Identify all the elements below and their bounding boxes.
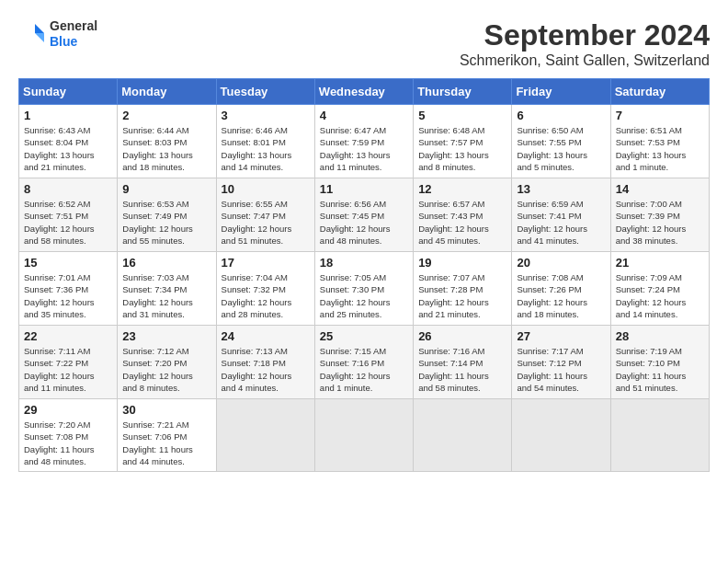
table-row: 14Sunrise: 7:00 AM Sunset: 7:39 PM Dayli… <box>610 178 709 252</box>
table-row: 17Sunrise: 7:04 AM Sunset: 7:32 PM Dayli… <box>216 252 314 326</box>
table-row <box>512 399 610 472</box>
day-number: 16 <box>122 256 210 270</box>
day-number: 28 <box>616 329 704 343</box>
day-number: 29 <box>24 403 112 417</box>
day-info: Sunrise: 6:53 AM Sunset: 7:49 PM Dayligh… <box>122 198 210 247</box>
table-row: 23Sunrise: 7:12 AM Sunset: 7:20 PM Dayli… <box>118 326 216 399</box>
day-number: 3 <box>222 109 310 122</box>
table-row: 7Sunrise: 6:51 AM Sunset: 7:53 PM Daylig… <box>610 105 709 178</box>
day-info: Sunrise: 7:11 AM Sunset: 7:22 PM Dayligh… <box>24 345 112 394</box>
col-wednesday: Wednesday <box>314 79 413 105</box>
day-number: 1 <box>24 109 112 122</box>
day-number: 20 <box>517 256 605 270</box>
day-info: Sunrise: 7:08 AM Sunset: 7:26 PM Dayligh… <box>517 271 605 320</box>
col-tuesday: Tuesday <box>216 79 314 105</box>
day-number: 15 <box>24 256 112 270</box>
table-row: 3Sunrise: 6:46 AM Sunset: 8:01 PM Daylig… <box>216 105 314 178</box>
calendar-table: Sunday Monday Tuesday Wednesday Thursday… <box>18 78 710 472</box>
table-row: 19Sunrise: 7:07 AM Sunset: 7:28 PM Dayli… <box>414 252 512 326</box>
table-row: 24Sunrise: 7:13 AM Sunset: 7:18 PM Dayli… <box>216 326 314 399</box>
table-row: 1Sunrise: 6:43 AM Sunset: 8:04 PM Daylig… <box>19 105 118 178</box>
day-info: Sunrise: 6:46 AM Sunset: 8:01 PM Dayligh… <box>222 124 310 173</box>
day-info: Sunrise: 6:55 AM Sunset: 7:47 PM Dayligh… <box>222 198 310 247</box>
logo-icon <box>18 20 46 48</box>
day-info: Sunrise: 6:59 AM Sunset: 7:41 PM Dayligh… <box>517 198 605 247</box>
day-info: Sunrise: 7:15 AM Sunset: 7:16 PM Dayligh… <box>320 345 408 394</box>
col-friday: Friday <box>512 79 610 105</box>
day-info: Sunrise: 7:05 AM Sunset: 7:30 PM Dayligh… <box>320 271 408 320</box>
day-number: 10 <box>222 182 310 196</box>
page-header: General Blue September 2024 Schmerikon, … <box>18 18 710 69</box>
table-row: 13Sunrise: 6:59 AM Sunset: 7:41 PM Dayli… <box>512 178 610 252</box>
table-row: 12Sunrise: 6:57 AM Sunset: 7:43 PM Dayli… <box>414 178 512 252</box>
col-sunday: Sunday <box>19 79 118 105</box>
day-info: Sunrise: 6:47 AM Sunset: 7:59 PM Dayligh… <box>320 124 408 173</box>
table-row <box>414 399 512 472</box>
table-row: 20Sunrise: 7:08 AM Sunset: 7:26 PM Dayli… <box>512 252 610 326</box>
day-number: 26 <box>418 329 506 343</box>
day-number: 6 <box>517 109 605 122</box>
day-info: Sunrise: 7:04 AM Sunset: 7:32 PM Dayligh… <box>222 271 310 320</box>
day-number: 11 <box>320 182 408 196</box>
day-info: Sunrise: 7:20 AM Sunset: 7:08 PM Dayligh… <box>24 419 112 467</box>
svg-marker-0 <box>35 24 44 33</box>
day-number: 17 <box>222 256 310 270</box>
day-info: Sunrise: 6:52 AM Sunset: 7:51 PM Dayligh… <box>24 198 112 247</box>
day-info: Sunrise: 7:19 AM Sunset: 7:10 PM Dayligh… <box>616 345 704 394</box>
logo: General Blue <box>18 18 97 50</box>
table-row: 25Sunrise: 7:15 AM Sunset: 7:16 PM Dayli… <box>314 326 413 399</box>
svg-marker-1 <box>35 33 44 42</box>
day-number: 2 <box>122 109 210 122</box>
day-info: Sunrise: 7:16 AM Sunset: 7:14 PM Dayligh… <box>418 345 506 394</box>
day-info: Sunrise: 6:44 AM Sunset: 8:03 PM Dayligh… <box>122 124 210 173</box>
day-number: 8 <box>24 182 112 196</box>
table-row: 18Sunrise: 7:05 AM Sunset: 7:30 PM Dayli… <box>314 252 413 326</box>
day-info: Sunrise: 7:21 AM Sunset: 7:06 PM Dayligh… <box>122 419 210 467</box>
day-number: 27 <box>517 329 605 343</box>
table-row: 27Sunrise: 7:17 AM Sunset: 7:12 PM Dayli… <box>512 326 610 399</box>
day-number: 22 <box>24 329 112 343</box>
table-row <box>610 399 709 472</box>
title-section: September 2024 Schmerikon, Saint Gallen,… <box>460 18 710 69</box>
calendar-header-row: Sunday Monday Tuesday Wednesday Thursday… <box>19 79 710 105</box>
day-number: 7 <box>616 109 704 122</box>
table-row <box>314 399 413 472</box>
day-info: Sunrise: 7:12 AM Sunset: 7:20 PM Dayligh… <box>122 345 210 394</box>
day-info: Sunrise: 6:43 AM Sunset: 8:04 PM Dayligh… <box>24 124 112 173</box>
col-monday: Monday <box>118 79 216 105</box>
day-number: 12 <box>418 182 506 196</box>
table-row: 30Sunrise: 7:21 AM Sunset: 7:06 PM Dayli… <box>118 399 216 472</box>
col-saturday: Saturday <box>610 79 709 105</box>
table-row: 9Sunrise: 6:53 AM Sunset: 7:49 PM Daylig… <box>118 178 216 252</box>
table-row: 4Sunrise: 6:47 AM Sunset: 7:59 PM Daylig… <box>314 105 413 178</box>
day-number: 24 <box>222 329 310 343</box>
col-thursday: Thursday <box>414 79 512 105</box>
table-row: 11Sunrise: 6:56 AM Sunset: 7:45 PM Dayli… <box>314 178 413 252</box>
day-number: 9 <box>122 182 210 196</box>
day-number: 5 <box>418 109 506 122</box>
day-number: 18 <box>320 256 408 270</box>
table-row: 21Sunrise: 7:09 AM Sunset: 7:24 PM Dayli… <box>610 252 709 326</box>
day-info: Sunrise: 7:17 AM Sunset: 7:12 PM Dayligh… <box>517 345 605 394</box>
day-info: Sunrise: 6:57 AM Sunset: 7:43 PM Dayligh… <box>418 198 506 247</box>
table-row: 6Sunrise: 6:50 AM Sunset: 7:55 PM Daylig… <box>512 105 610 178</box>
table-row: 28Sunrise: 7:19 AM Sunset: 7:10 PM Dayli… <box>610 326 709 399</box>
table-row: 29Sunrise: 7:20 AM Sunset: 7:08 PM Dayli… <box>19 399 118 472</box>
day-info: Sunrise: 7:09 AM Sunset: 7:24 PM Dayligh… <box>616 271 704 320</box>
table-row: 8Sunrise: 6:52 AM Sunset: 7:51 PM Daylig… <box>19 178 118 252</box>
table-row: 10Sunrise: 6:55 AM Sunset: 7:47 PM Dayli… <box>216 178 314 252</box>
table-row: 16Sunrise: 7:03 AM Sunset: 7:34 PM Dayli… <box>118 252 216 326</box>
day-number: 23 <box>122 329 210 343</box>
day-info: Sunrise: 7:07 AM Sunset: 7:28 PM Dayligh… <box>418 271 506 320</box>
location-title: Schmerikon, Saint Gallen, Switzerland <box>460 52 710 69</box>
day-info: Sunrise: 7:01 AM Sunset: 7:36 PM Dayligh… <box>24 271 112 320</box>
table-row <box>216 399 314 472</box>
day-number: 4 <box>320 109 408 122</box>
table-row: 15Sunrise: 7:01 AM Sunset: 7:36 PM Dayli… <box>19 252 118 326</box>
day-number: 14 <box>616 182 704 196</box>
day-info: Sunrise: 7:03 AM Sunset: 7:34 PM Dayligh… <box>122 271 210 320</box>
day-number: 25 <box>320 329 408 343</box>
day-number: 19 <box>418 256 506 270</box>
day-number: 13 <box>517 182 605 196</box>
day-info: Sunrise: 7:00 AM Sunset: 7:39 PM Dayligh… <box>616 198 704 247</box>
